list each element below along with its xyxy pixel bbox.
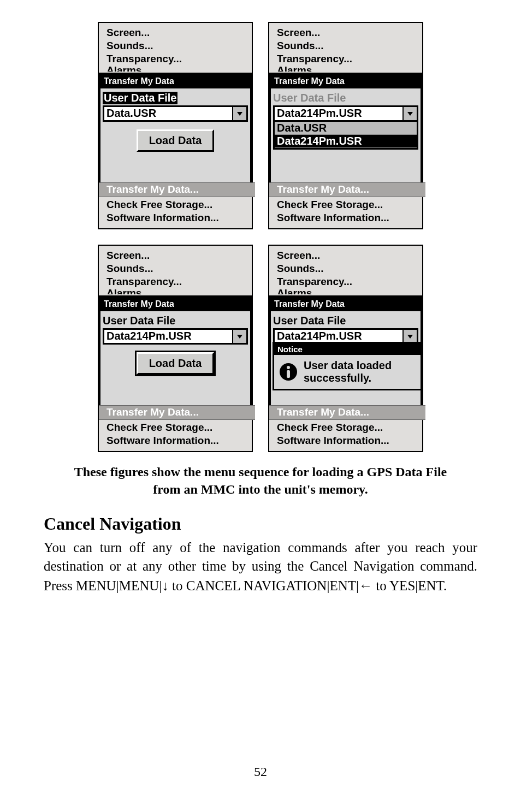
screenshot-panel-4: Screen... Sounds... Transparency... Alar… — [268, 245, 423, 452]
chevron-down-icon[interactable] — [402, 330, 417, 343]
svg-point-5 — [287, 366, 290, 369]
notice-text: User data loaded successfully. — [304, 359, 392, 384]
chevron-down-icon[interactable] — [232, 330, 246, 343]
user-data-file-combo[interactable]: Data.USR — [103, 105, 248, 122]
kbd-menu: MENU — [76, 578, 116, 593]
combo-value: Data.USR — [104, 107, 232, 120]
info-icon — [279, 362, 298, 382]
section-heading: Cancel Navigation — [44, 514, 477, 534]
menu-item: Check Free Storage... — [106, 421, 247, 435]
combo-value: Data214Pm.USR — [275, 330, 402, 343]
svg-marker-0 — [237, 112, 242, 116]
menu-item: Screen... — [277, 249, 420, 262]
kbd-cancel-nav: CANCEL NAVIGATION — [186, 578, 327, 593]
menu-item: Transparency... — [277, 275, 420, 288]
menu-item: Sounds... — [106, 262, 250, 275]
field-label: User Data File — [103, 315, 248, 327]
menu-item-clipped: Alarms — [106, 288, 250, 294]
figure-row-2: Screen... Sounds... Transparency... Alar… — [98, 245, 423, 452]
user-data-file-combo[interactable]: Data214Pm.USR — [273, 105, 418, 122]
figure-caption: These figures show the menu sequence for… — [60, 463, 461, 499]
load-data-button[interactable]: Load Data — [137, 352, 215, 375]
svg-marker-3 — [407, 335, 413, 339]
menu-item: Sounds... — [106, 39, 250, 52]
menu-item: Software Information... — [106, 434, 247, 448]
menu-item: Check Free Storage... — [277, 421, 418, 435]
popup-transfer: Transfer My Data User Data File Data214P… — [99, 295, 252, 405]
screenshot-panel-1: Screen... Sounds... Transparency... Alar… — [98, 22, 253, 229]
chevron-down-icon[interactable] — [232, 107, 246, 120]
kbd-menu2: MENU — [119, 578, 159, 593]
popup-title: Transfer My Data — [271, 74, 421, 88]
dropdown-option-selected[interactable]: Data214Pm.USR — [275, 135, 417, 148]
popup-transfer: Transfer My Data User Data File Data.USR… — [99, 73, 252, 182]
popup-title: Transfer My Data — [100, 74, 250, 88]
menu-top: Screen... Sounds... Transparency... Alar… — [99, 246, 252, 295]
svg-rect-6 — [287, 370, 290, 378]
dropdown-option[interactable]: Data.USR — [275, 122, 417, 135]
menu-item: Sounds... — [277, 39, 420, 52]
menu-item: Check Free Storage... — [106, 198, 247, 212]
menu-top: Screen... Sounds... Transparency... Alar… — [269, 23, 422, 73]
kbd-ent2: ENT — [418, 578, 443, 593]
menu-item: Screen... — [106, 26, 250, 39]
menu-item: Screen... — [106, 249, 250, 262]
popup-transfer: Transfer My Data User Data File Data214P… — [269, 295, 422, 405]
menu-top: Screen... Sounds... Transparency... Alar… — [269, 246, 422, 295]
menu-bottom: Transfer My Data... Check Free Storage..… — [269, 405, 422, 451]
field-label: User Data File — [273, 315, 418, 327]
menu-item-selected: Transfer My Data... — [99, 405, 255, 420]
notice-dialog: Notice User data loaded successfully. — [273, 342, 422, 390]
menu-item: Sounds... — [277, 262, 420, 275]
menu-top: Screen... Sounds... Transparency... Alar… — [99, 23, 252, 73]
popup-transfer: Transfer My Data User Data File Data214P… — [269, 73, 422, 182]
notice-title: Notice — [274, 343, 421, 355]
kbd-yes: YES — [389, 578, 415, 593]
menu-item: Screen... — [277, 26, 420, 39]
menu-item-selected: Transfer My Data... — [99, 182, 255, 197]
figure-row-1: Screen... Sounds... Transparency... Alar… — [98, 22, 423, 229]
menu-item-clipped: Alarms — [277, 288, 420, 294]
load-data-button[interactable]: Load Data — [137, 129, 215, 152]
menu-bottom: Transfer My Data... Check Free Storage..… — [99, 405, 252, 451]
field-label: User Data File — [273, 92, 418, 104]
user-data-file-combo[interactable]: Data214Pm.USR — [103, 328, 248, 345]
field-label: User Data File — [103, 92, 177, 104]
figure-area: Screen... Sounds... Transparency... Alar… — [44, 22, 477, 452]
page-number: 52 — [44, 764, 477, 779]
combo-value: Data214Pm.USR — [275, 107, 402, 120]
combo-value: Data214Pm.USR — [104, 330, 232, 343]
screenshot-panel-3: Screen... Sounds... Transparency... Alar… — [98, 245, 253, 452]
menu-item: Software Information... — [106, 211, 247, 225]
menu-item-clipped: Alarms — [106, 65, 250, 72]
svg-marker-1 — [407, 112, 413, 116]
body-paragraph: You can turn off any of the navigation c… — [44, 538, 477, 596]
menu-item: Transparency... — [277, 52, 420, 66]
kbd-ent: ENT — [329, 578, 356, 593]
chevron-down-icon[interactable] — [402, 107, 417, 120]
menu-item-selected: Transfer My Data... — [269, 182, 425, 197]
popup-title: Transfer My Data — [271, 297, 421, 311]
menu-item: Transparency... — [106, 275, 250, 288]
menu-bottom: Transfer My Data... Check Free Storage..… — [269, 182, 422, 228]
popup-title: Transfer My Data — [100, 297, 250, 311]
menu-item: Software Information... — [277, 434, 418, 448]
svg-marker-2 — [237, 335, 242, 339]
menu-item: Software Information... — [277, 211, 418, 225]
menu-item-selected: Transfer My Data... — [269, 405, 425, 420]
screenshot-panel-2: Screen... Sounds... Transparency... Alar… — [268, 22, 423, 229]
left-arrow-icon: ← — [359, 578, 372, 593]
menu-item: Check Free Storage... — [277, 198, 418, 212]
combo-dropdown[interactable]: Data.USR Data214Pm.USR — [273, 122, 418, 150]
menu-item: Transparency... — [106, 52, 250, 66]
menu-item-clipped: Alarms — [277, 65, 420, 72]
down-arrow-icon: ↓ — [162, 578, 169, 593]
menu-bottom: Transfer My Data... Check Free Storage..… — [99, 182, 252, 228]
